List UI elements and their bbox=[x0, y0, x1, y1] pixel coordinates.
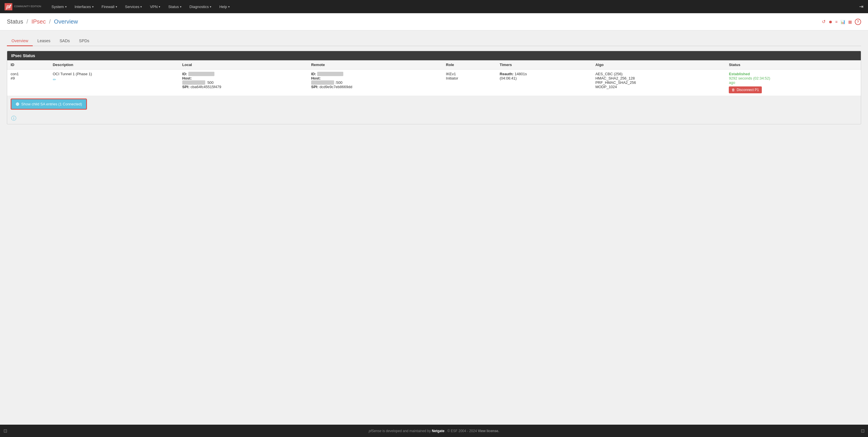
row-status: Established 9292 seconds (02:34:52) ago … bbox=[725, 69, 861, 96]
bc-current: Overview bbox=[54, 19, 78, 25]
caret-icon: ▾ bbox=[116, 5, 117, 8]
brand-text: COMMUNITY EDITION bbox=[14, 5, 41, 8]
child-sa-section: ⊕ Show child SA entries (1 Connected) bbox=[7, 96, 861, 113]
row-local: ID: 136.xxx.xxx.xxx Host: 136.xxx.xxx 50… bbox=[179, 69, 308, 96]
timer-label: Reauth: bbox=[500, 72, 514, 76]
edit-icon[interactable]: ✏ bbox=[53, 77, 56, 82]
brand-logo[interactable]: pf COMMUNITY EDITION bbox=[5, 3, 41, 10]
caret-icon: ▾ bbox=[92, 5, 94, 8]
footer: ⊡ pfSense is developed and maintained by… bbox=[0, 425, 868, 437]
tab-spds[interactable]: SPDs bbox=[74, 36, 94, 46]
page-header: Status / IPsec / Overview ↺ ⏺ ≡ 📊 ▦ ? bbox=[0, 13, 868, 30]
disconnect-label: Disconnect P1 bbox=[737, 88, 758, 92]
local-id-value: 136.xxx.xxx.xxx bbox=[188, 72, 214, 76]
col-algo: Algo bbox=[592, 60, 725, 69]
caret-icon: ▾ bbox=[159, 5, 160, 8]
local-spi: SPI: cba64fc45515f479 bbox=[182, 85, 304, 89]
trash-icon: 🗑 bbox=[732, 88, 735, 92]
footer-text: pfSense is developed and maintained by N… bbox=[7, 429, 861, 433]
nav-items: System ▾ Interfaces ▾ Firewall ▾ Service… bbox=[48, 3, 859, 11]
help-icon[interactable]: ? bbox=[855, 19, 861, 25]
col-id: ID bbox=[7, 60, 50, 69]
caret-icon: ▾ bbox=[210, 5, 211, 8]
row-role: IKEv1 Initiator bbox=[443, 69, 496, 96]
nav-right: ⇥ bbox=[859, 3, 863, 10]
local-spi-value: cba64fc45515f479 bbox=[191, 85, 221, 89]
logout-icon[interactable]: ⇥ bbox=[859, 4, 863, 9]
status-established: Established bbox=[729, 72, 857, 76]
footer-mid: is developed and maintained by bbox=[382, 429, 432, 433]
caret-icon: ▾ bbox=[228, 5, 229, 8]
row-timers: Reauth: 14801s (04:06:41) bbox=[496, 69, 592, 96]
algo4: MODP_1024 bbox=[595, 85, 722, 89]
caret-icon: ▾ bbox=[141, 5, 142, 8]
chart-icon[interactable]: 📊 bbox=[840, 20, 845, 24]
conn-id1: con1 bbox=[11, 72, 46, 76]
record-icon[interactable]: ⏺ bbox=[828, 20, 832, 24]
lines-icon[interactable]: ≡ bbox=[835, 20, 838, 24]
row-id: con1 #9 bbox=[7, 69, 50, 96]
tab-overview[interactable]: Overview bbox=[7, 36, 33, 46]
remote-ip-port: 193.xxx :500 bbox=[311, 81, 439, 85]
remote-port: :500 bbox=[335, 81, 342, 85]
role2: Initiator bbox=[446, 76, 493, 81]
remote-id-label: ID: bbox=[311, 72, 316, 76]
table-row: con1 #9 OCI Tunnel 1 (Phase 1) ✏ ID: 136… bbox=[7, 69, 861, 96]
timer-elapsed: (04:06:41) bbox=[500, 76, 588, 81]
col-local: Local bbox=[179, 60, 308, 69]
row-remote: ID: 193.xxx.xxx.xxx Host: 193.xxx :500 S… bbox=[308, 69, 443, 96]
show-child-sa-button[interactable]: ⊕ Show child SA entries (1 Connected) bbox=[11, 98, 87, 110]
footer-left-icon[interactable]: ⊡ bbox=[3, 428, 7, 434]
footer-right-icon[interactable]: ⊡ bbox=[861, 428, 865, 434]
breadcrumb: Status / IPsec / Overview bbox=[7, 19, 78, 25]
child-sa-label: Show child SA entries (1 Connected) bbox=[21, 102, 82, 106]
nav-item-firewall[interactable]: Firewall ▾ bbox=[98, 3, 121, 11]
remote-id-value: 193.xxx.xxx.xxx bbox=[317, 72, 343, 76]
tab-leases[interactable]: Leases bbox=[33, 36, 55, 46]
local-ip: 136.xxx.xxx bbox=[182, 81, 205, 85]
logo-box: pf bbox=[5, 3, 12, 10]
remote-host-label: Host: bbox=[311, 76, 321, 81]
tab-bar: Overview Leases SADs SPDs bbox=[7, 36, 861, 46]
nav-item-help[interactable]: Help ▾ bbox=[216, 3, 233, 11]
status-ago: ago bbox=[729, 81, 857, 85]
role1: IKEv1 bbox=[446, 72, 493, 76]
nav-item-status[interactable]: Status ▾ bbox=[165, 3, 185, 11]
desc-text: OCI Tunnel 1 (Phase 1) bbox=[53, 72, 175, 76]
caret-icon: ▾ bbox=[65, 5, 67, 8]
bc-sep2: / bbox=[49, 19, 51, 25]
local-id: ID: 136.xxx.xxx.xxx bbox=[182, 72, 304, 76]
nav-item-diagnostics[interactable]: Diagnostics ▾ bbox=[186, 3, 215, 11]
timer-value: 14801s bbox=[515, 72, 527, 76]
local-spi-label: SPI: bbox=[182, 85, 189, 89]
table-icon[interactable]: ▦ bbox=[848, 20, 852, 24]
nav-item-vpn[interactable]: VPN ▾ bbox=[146, 3, 164, 11]
algo2: HMAC_SHA2_256_128 bbox=[595, 76, 722, 81]
remote-spi-label: SPI: bbox=[311, 85, 318, 89]
bc-status: Status bbox=[7, 19, 23, 25]
row-description: OCI Tunnel 1 (Phase 1) ✏ bbox=[50, 69, 179, 96]
ipsec-status-table-container: IPsec Status ID Description Local Remote… bbox=[7, 51, 861, 124]
footer-license-link[interactable]: View license. bbox=[478, 429, 499, 433]
nav-item-services[interactable]: Services ▾ bbox=[122, 3, 146, 11]
algo3: PRF_HMAC_SHA2_256 bbox=[595, 81, 722, 85]
row-algo: AES_CBC (256) HMAC_SHA2_256_128 PRF_HMAC… bbox=[592, 69, 725, 96]
col-status: Status bbox=[725, 60, 861, 69]
col-description: Description bbox=[50, 60, 179, 69]
conn-id2: #9 bbox=[11, 76, 46, 81]
remote-spi-value: dcd9e9c7eb8669dd bbox=[319, 85, 352, 89]
footer-pfsense: pfSense bbox=[369, 429, 381, 433]
col-timers: Timers bbox=[496, 60, 592, 69]
nav-item-system[interactable]: System ▾ bbox=[48, 3, 70, 11]
disconnect-button[interactable]: 🗑 Disconnect P1 bbox=[729, 87, 762, 93]
local-host: Host: bbox=[182, 76, 304, 81]
tab-sads[interactable]: SADs bbox=[55, 36, 74, 46]
nav-item-interfaces[interactable]: Interfaces ▾ bbox=[71, 3, 97, 11]
local-ip-port: 136.xxx.xxx 500 bbox=[182, 81, 304, 85]
info-icon[interactable]: ⓘ bbox=[11, 116, 17, 121]
status-time: 9292 seconds (02:34:52) bbox=[729, 76, 857, 81]
refresh-icon[interactable]: ↺ bbox=[822, 19, 826, 24]
bc-sep1: / bbox=[26, 19, 28, 25]
timer-reauth: Reauth: 14801s bbox=[500, 72, 588, 76]
bc-ipsec[interactable]: IPsec bbox=[31, 19, 45, 25]
